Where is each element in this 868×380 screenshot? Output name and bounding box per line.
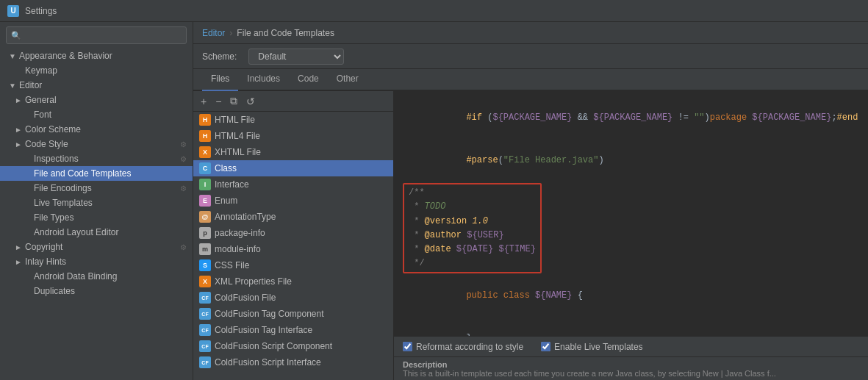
copy-template-button[interactable]: ⧉ — [227, 94, 240, 108]
sidebar-item-androidlayouteditor[interactable]: Android Layout Editor — [0, 225, 193, 240]
list-item[interactable]: E Enum — [193, 193, 393, 209]
file-item-label: ColdFusion Script Component — [215, 341, 332, 351]
file-type-icon: C — [199, 162, 211, 174]
breadcrumb-parent[interactable]: Editor — [202, 28, 225, 38]
scheme-toolbar: Scheme: Default — [193, 44, 868, 69]
gear-icon: ⚙ — [180, 155, 187, 163]
list-item[interactable]: m module-info — [193, 241, 393, 257]
list-item[interactable]: C Class — [193, 160, 393, 176]
expand-arrow: ► — [15, 96, 22, 104]
list-item[interactable]: H HTML4 File — [193, 128, 393, 144]
sidebar-item-colorscheme[interactable]: ► Color Scheme — [0, 122, 193, 137]
tab-code[interactable]: Code — [289, 69, 328, 91]
list-item[interactable]: CF ColdFusion Script Component — [193, 338, 393, 354]
file-item-label: CSS File — [215, 260, 249, 270]
tab-other[interactable]: Other — [328, 69, 367, 91]
file-item-label: ColdFusion Tag Component — [215, 309, 324, 319]
code-line-class: public class ${NAME} { — [403, 275, 859, 318]
reset-template-button[interactable]: ↺ — [243, 95, 258, 108]
list-item[interactable]: CF ColdFusion File — [193, 290, 393, 306]
remove-template-button[interactable]: − — [212, 95, 224, 108]
code-line: * @date ${DATE} ${TIME} — [409, 243, 536, 257]
sidebar-item-label: General — [25, 95, 57, 105]
sidebar-item-duplicates[interactable]: Duplicates — [0, 284, 193, 298]
code-area[interactable]: #if (${PACKAGE_NAME} && ${PACKAGE_NAME} … — [394, 91, 868, 336]
sidebar-item-appearance[interactable]: ▼ Appearance & Behavior — [0, 49, 193, 63]
sidebar-item-filetypes[interactable]: File Types — [0, 210, 193, 225]
sidebar-item-label: Copyright — [25, 242, 62, 252]
file-list: H HTML File H HTML4 File X XHTML File C … — [193, 112, 393, 380]
search-icon: 🔍 — [11, 31, 21, 40]
list-item[interactable]: X XHTML File — [193, 144, 393, 160]
sidebar-item-general[interactable]: ► General — [0, 93, 193, 107]
list-item[interactable]: H HTML File — [193, 112, 393, 128]
sidebar-item-livetemplates[interactable]: Live Templates — [0, 196, 193, 210]
list-item[interactable]: p package-info — [193, 225, 393, 241]
list-item[interactable]: CF ColdFusion Tag Component — [193, 306, 393, 322]
content-area: Editor › File and Code Templates Scheme:… — [193, 22, 868, 380]
sidebar-item-label: Font — [34, 110, 51, 120]
code-line: /** — [409, 186, 536, 200]
sidebar-item-fileencodings[interactable]: File Encodings ⚙ — [0, 181, 193, 196]
description-text: This is a built-in template used each ti… — [403, 369, 776, 378]
list-item[interactable]: S CSS File — [193, 257, 393, 273]
sidebar-item-inlayhints[interactable]: ► Inlay Hints — [0, 254, 193, 269]
file-type-icon: CF — [199, 324, 211, 336]
search-box[interactable]: 🔍 — [6, 26, 187, 44]
file-item-label: package-info — [215, 228, 265, 238]
livetemplates-checkbox-label[interactable]: Enable Live Templates — [541, 342, 643, 352]
sidebar-item-label: Duplicates — [34, 286, 75, 296]
sidebar-item-label: Android Data Binding — [34, 271, 117, 282]
file-type-icon: X — [199, 146, 211, 158]
sidebar-item-label: Color Scheme — [25, 124, 81, 135]
sidebar-item-inspections[interactable]: Inspections ⚙ — [0, 151, 193, 166]
sidebar-item-label: Inspections — [34, 154, 79, 164]
sidebar-item-label: File Types — [34, 212, 73, 223]
list-item[interactable]: @ AnnotationType — [193, 209, 393, 225]
sidebar-item-codestyle[interactable]: ► Code Style ⚙ — [0, 137, 193, 151]
scheme-label: Scheme: — [202, 51, 237, 62]
file-type-icon: p — [199, 227, 211, 239]
tab-files[interactable]: Files — [202, 69, 238, 91]
code-line: * @author ${USER} — [409, 229, 536, 243]
file-tree-toolbar: + − ⧉ ↺ — [193, 91, 393, 112]
livetemplates-label: Enable Live Templates — [554, 342, 643, 352]
scheme-select[interactable]: Default — [248, 49, 344, 65]
file-type-icon: m — [199, 243, 211, 255]
breadcrumb: Editor › File and Code Templates — [193, 22, 868, 44]
file-item-label: HTML4 File — [215, 131, 260, 141]
add-template-button[interactable]: + — [198, 95, 209, 108]
sidebar-item-label: Inlay Hints — [25, 257, 66, 267]
file-type-icon: CF — [199, 292, 211, 304]
file-type-icon: X — [199, 276, 211, 287]
search-input[interactable] — [24, 30, 182, 40]
sidebar-item-label: Editor — [19, 80, 42, 90]
file-type-icon: H — [199, 114, 211, 126]
title-bar: U Settings — [0, 0, 868, 22]
bottom-bar: Reformat according to style Enable Live … — [394, 336, 868, 356]
breadcrumb-separator: › — [229, 28, 232, 38]
expand-arrow: ► — [15, 243, 22, 251]
sidebar-item-androiddatabinding[interactable]: Android Data Binding — [0, 269, 193, 284]
file-item-label: ColdFusion File — [215, 293, 276, 303]
window-title: Settings — [25, 6, 57, 16]
expand-arrow: ► — [15, 258, 22, 266]
file-type-icon: CF — [199, 308, 211, 320]
file-item-label: XML Properties File — [215, 276, 292, 287]
reformat-checkbox-label[interactable]: Reformat according to style — [403, 342, 523, 352]
sidebar-item-copyright[interactable]: ► Copyright ⚙ — [0, 240, 193, 254]
description-label: Description — [403, 360, 448, 369]
list-item[interactable]: I Interface — [193, 176, 393, 193]
reformat-checkbox[interactable] — [403, 342, 412, 351]
sidebar-item-keymap[interactable]: Keymap — [0, 63, 193, 78]
sidebar-item-label: File and Code Templates — [34, 168, 132, 179]
tab-includes[interactable]: Includes — [238, 69, 289, 91]
sidebar-item-filecodetemplates[interactable]: File and Code Templates — [0, 166, 193, 181]
livetemplates-checkbox[interactable] — [541, 342, 550, 351]
sidebar-item-font[interactable]: Font — [0, 107, 193, 122]
sidebar-item-editor[interactable]: ▼ Editor — [0, 78, 193, 93]
expand-arrow: ▼ — [9, 52, 16, 60]
list-item[interactable]: CF ColdFusion Script Interface — [193, 354, 393, 370]
list-item[interactable]: CF ColdFusion Tag Interface — [193, 322, 393, 338]
list-item[interactable]: X XML Properties File — [193, 273, 393, 290]
